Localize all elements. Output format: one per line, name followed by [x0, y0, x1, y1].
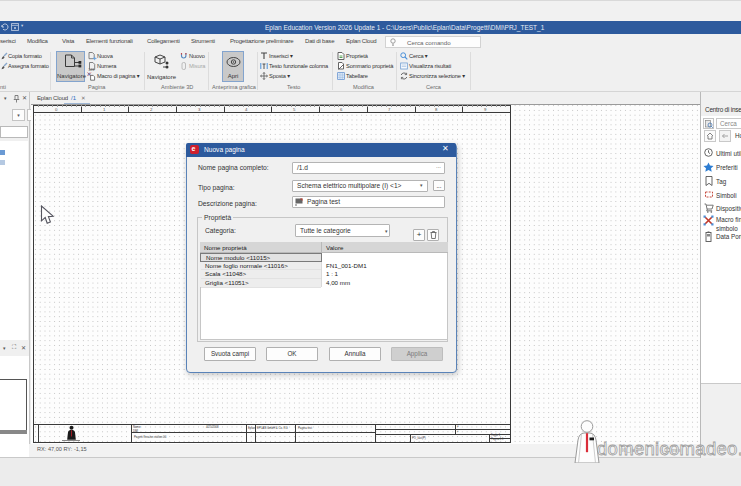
- svg-text:123: 123: [88, 68, 94, 71]
